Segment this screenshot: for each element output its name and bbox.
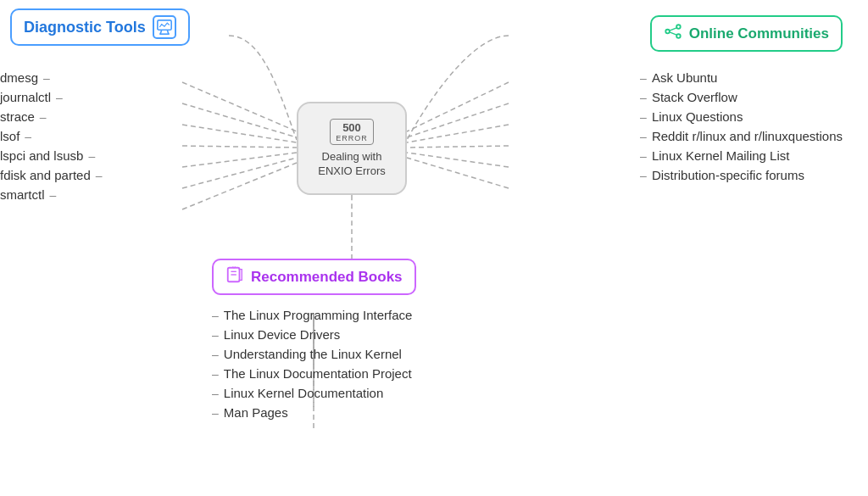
- diag-item-dmesg: dmesg: [0, 68, 103, 87]
- svg-line-26: [670, 28, 676, 31]
- online-item-reddit: Reddit r/linux and r/linuxquestions: [640, 126, 843, 146]
- svg-point-23: [665, 30, 670, 34]
- svg-line-12: [407, 158, 509, 188]
- diag-item-journalctl: journalctl: [0, 87, 103, 107]
- svg-line-3: [182, 146, 297, 148]
- online-items-list: Ask Ubuntu Stack Overflow Linux Question…: [640, 68, 843, 185]
- svg-line-7: [407, 82, 509, 131]
- book-item-4: The Linux Documentation Project: [212, 364, 412, 383]
- svg-line-4: [182, 153, 297, 167]
- svg-point-25: [676, 34, 681, 38]
- book-item-1: The Linux Programming Interface: [212, 305, 412, 325]
- svg-line-1: [182, 103, 297, 137]
- error-label-text: ERROR: [336, 134, 368, 142]
- svg-line-6: [182, 163, 297, 209]
- svg-line-9: [407, 125, 509, 142]
- books-label: Recommended Books: [251, 269, 403, 286]
- svg-line-27: [670, 32, 676, 35]
- diagnostic-tools-box: Diagnostic Tools: [10, 8, 190, 46]
- center-title: Dealing with ENXIO Errors: [318, 150, 385, 179]
- online-item-forums: Distribution-specific forums: [640, 165, 843, 185]
- online-communities-icon: [664, 22, 682, 45]
- diag-item-smartctl: smartctl: [0, 185, 103, 204]
- diag-item-lspci: lspci and lsusb: [0, 146, 103, 165]
- diag-item-fdisk: fdisk and parted: [0, 165, 103, 185]
- svg-line-2: [182, 125, 297, 142]
- books-items-list: The Linux Programming Interface Linux De…: [212, 305, 412, 422]
- svg-line-10: [407, 146, 509, 148]
- diagnostic-icon: [153, 15, 176, 39]
- error-number: 500: [342, 121, 361, 134]
- books-icon: [225, 265, 244, 288]
- mind-map: Diagnostic Tools dmesg journalctl strace…: [0, 0, 868, 496]
- svg-line-8: [407, 103, 509, 137]
- online-item-askubuntu: Ask Ubuntu: [640, 68, 843, 87]
- recommended-books-box: Recommended Books: [212, 259, 416, 295]
- svg-point-24: [676, 25, 681, 29]
- online-item-mailinglist: Linux Kernel Mailing List: [640, 146, 843, 165]
- svg-line-5: [182, 158, 297, 188]
- svg-rect-19: [158, 20, 171, 30]
- book-item-2: Linux Device Drivers: [212, 325, 412, 344]
- svg-line-0: [182, 82, 297, 131]
- center-node: 500 ERROR Dealing with ENXIO Errors: [297, 102, 407, 195]
- diag-item-lsof: lsof: [0, 126, 103, 146]
- diag-item-strace: strace: [0, 107, 103, 126]
- online-communities-box: Online Communities: [650, 15, 843, 52]
- online-item-linuxquestions: Linux Questions: [640, 107, 843, 126]
- book-item-6: Man Pages: [212, 403, 412, 422]
- diagnostic-items-list: dmesg journalctl strace lsof lspci and l…: [0, 68, 103, 204]
- svg-line-11: [407, 153, 509, 167]
- error-box: 500 ERROR: [330, 119, 374, 145]
- diagnostic-label: Diagnostic Tools: [24, 19, 146, 36]
- online-communities-label: Online Communities: [689, 25, 829, 42]
- book-item-5: Linux Kernel Documentation: [212, 383, 412, 403]
- online-item-stackoverflow: Stack Overflow: [640, 87, 843, 107]
- book-item-3: Understanding the Linux Kernel: [212, 344, 412, 364]
